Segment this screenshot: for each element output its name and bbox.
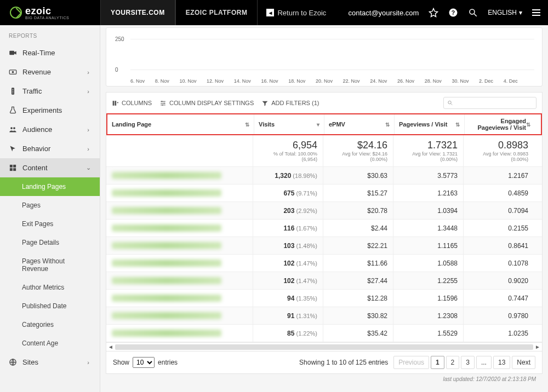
subitem-pages-without-revenue[interactable]: Pages Without Revenue: [0, 252, 100, 278]
main-content: 250 0 6. Nov8. Nov10. Nov12. Nov14. Nov1…: [100, 25, 548, 392]
scroll-track[interactable]: [115, 344, 533, 350]
cell-visits: 91(1.31%): [253, 307, 323, 324]
svg-rect-16: [13, 168, 16, 171]
th-epmv[interactable]: ePMV⇅: [324, 114, 395, 134]
sidebar-page-13[interactable]: 13: [493, 356, 510, 369]
scroll-right-icon[interactable]: ►: [533, 344, 542, 350]
cell-eppv: 1.2167: [464, 167, 534, 184]
cell-ppv: 1.2255: [393, 272, 464, 289]
chart-area[interactable]: 250 0: [112, 32, 536, 76]
summary-eppv: 0.8983 Avg for View: 0.8983 (0.00%): [464, 135, 534, 166]
table-row[interactable]: 1,320(18.98%)$30.633.57731.2167: [106, 167, 542, 185]
return-label: Return to Ezoic: [277, 9, 326, 17]
subitem-exit-pages[interactable]: Exit Pages: [0, 215, 100, 233]
scroll-left-icon[interactable]: ◄: [106, 344, 115, 350]
column-display-button[interactable]: COLUMN DISPLAY SETTINGS: [159, 100, 254, 107]
chevron-right-icon: ›: [85, 359, 91, 366]
x-axis-ticks: 6. Nov8. Nov10. Nov12. Nov14. Nov16. Nov…: [112, 76, 536, 84]
table-row[interactable]: 91(1.31%)$30.821.23080.9780: [106, 307, 542, 325]
page-size-select[interactable]: 10: [133, 357, 155, 368]
x-tick: 8. Nov: [155, 78, 169, 84]
label: Landing Page: [112, 121, 151, 128]
subtext: Avg for View: 1.7321 (0.00%): [399, 151, 458, 162]
subitem-pages[interactable]: Pages: [0, 196, 100, 215]
sidebar-item-realtime[interactable]: Real-Time: [0, 43, 100, 62]
add-filters-button[interactable]: ADD FILTERS (1): [261, 100, 319, 107]
table-row[interactable]: 94(1.35%)$12.281.15960.7447: [106, 290, 542, 307]
grid-line: [130, 39, 534, 39]
cell-epmv: $2.44: [323, 220, 393, 237]
table-search[interactable]: [443, 97, 536, 109]
pager-ellipsis: ...: [476, 356, 492, 369]
value: 0.8983: [469, 140, 528, 151]
sidebar-item-behavior[interactable]: Behavior ›: [0, 139, 100, 158]
th-visits[interactable]: Visits▾: [254, 114, 324, 134]
sidebar-page-3[interactable]: 3: [461, 356, 475, 369]
subitem-author-metrics[interactable]: Author Metrics: [0, 278, 100, 297]
sidebar-item-traffic[interactable]: Traffic ›: [0, 82, 100, 101]
x-tick: 30. Nov: [452, 78, 469, 84]
label: Engaged Pageviews / Visit: [469, 118, 526, 131]
subitem-landing-pages[interactable]: Landing Pages: [0, 177, 100, 196]
sidebar-item-content[interactable]: Content ⌄: [0, 158, 100, 177]
sidebar-page-2[interactable]: 2: [446, 356, 460, 369]
th-pageviews-visit[interactable]: Pageviews / Visit⇅: [395, 114, 465, 134]
language-selector[interactable]: ENGLISH ▾: [488, 9, 522, 16]
svg-rect-13: [10, 165, 13, 168]
table-row[interactable]: 102(1.47%)$27.441.22550.9020: [106, 272, 542, 290]
brand-name: ezoic: [25, 6, 69, 16]
table-row[interactable]: 203(2.92%)$20.781.03940.7094: [106, 202, 542, 220]
filter-icon: [261, 100, 269, 107]
star-icon[interactable]: [429, 8, 438, 18]
tab-yoursite[interactable]: YOURSITE.COM: [100, 0, 175, 25]
sidebar-item-experiments[interactable]: Experiments: [0, 101, 100, 120]
help-icon[interactable]: ?: [448, 8, 458, 18]
table-body: 1,320(18.98%)$30.633.57731.2167675(9.71%…: [106, 167, 542, 342]
paging-info: Showing 1 to 10 of 125 entries: [299, 359, 388, 366]
contact-email[interactable]: contact@yoursite.com: [349, 9, 419, 17]
subitem-categories[interactable]: Categories: [0, 315, 100, 334]
th-landing-page[interactable]: Landing Page⇅: [107, 114, 254, 134]
table-row[interactable]: 675(9.71%)$15.271.21630.4859: [106, 185, 542, 202]
table-row[interactable]: 103(1.48%)$22.211.11650.8641: [106, 237, 542, 255]
logo[interactable]: ezoic BIG DATA ANALYTICS: [0, 6, 100, 20]
menu-icon[interactable]: [532, 9, 540, 16]
horizontal-scrollbar[interactable]: ◄ ►: [106, 343, 543, 351]
th-engaged-pageviews-visit[interactable]: Engaged Pageviews / Visit⇅: [465, 114, 535, 134]
x-tick: 10. Nov: [179, 78, 196, 84]
pager-next[interactable]: Next: [512, 356, 535, 369]
cell-landing-page: [106, 255, 253, 272]
table-row[interactable]: 116(1.67%)$2.441.34480.2155: [106, 220, 542, 237]
subitem-content-age[interactable]: Content Age: [0, 334, 100, 353]
language-label: ENGLISH: [488, 9, 517, 16]
pager-prev[interactable]: Previous: [393, 356, 429, 369]
x-tick: 14. Nov: [234, 78, 251, 84]
subitem-page-details[interactable]: Page Details: [0, 233, 100, 252]
subtext: % of Total: 100.00% (6,954): [259, 151, 317, 162]
y-tick: 250: [115, 36, 124, 42]
sidebar-page-1[interactable]: 1: [431, 356, 444, 369]
sidebar-item-sites[interactable]: Sites ›: [0, 353, 100, 372]
search-input[interactable]: [455, 99, 533, 107]
cell-ppv: 1.3448: [393, 220, 464, 237]
search-icon[interactable]: [468, 8, 478, 18]
columns-button[interactable]: COLUMNS: [112, 100, 152, 107]
chevron-right-icon: ›: [85, 69, 91, 76]
cell-eppv: 0.7094: [464, 202, 534, 219]
table-row[interactable]: 102(1.47%)$11.661.05880.1078: [106, 255, 542, 272]
nav-label: Content: [22, 164, 48, 172]
cell-epmv: $20.78: [323, 202, 393, 219]
return-link[interactable]: ◄ Return to Ezoic: [266, 9, 326, 17]
x-tick: 22. Nov: [343, 78, 360, 84]
label: ePMV: [329, 121, 345, 128]
camera-icon: [9, 49, 17, 57]
sidebar-item-audience[interactable]: Audience ›: [0, 120, 100, 139]
table-row[interactable]: 85(1.22%)$35.421.55291.0235: [106, 325, 542, 342]
flask-icon: [9, 106, 17, 114]
label: Show: [113, 359, 129, 366]
subitem-published-date[interactable]: Published Date: [0, 297, 100, 315]
sidebar-item-revenue[interactable]: Revenue ›: [0, 62, 100, 82]
tab-platform[interactable]: EZOIC PLATFORM: [175, 0, 258, 25]
cell-ppv: 1.2308: [393, 307, 464, 324]
svg-line-24: [451, 103, 452, 105]
